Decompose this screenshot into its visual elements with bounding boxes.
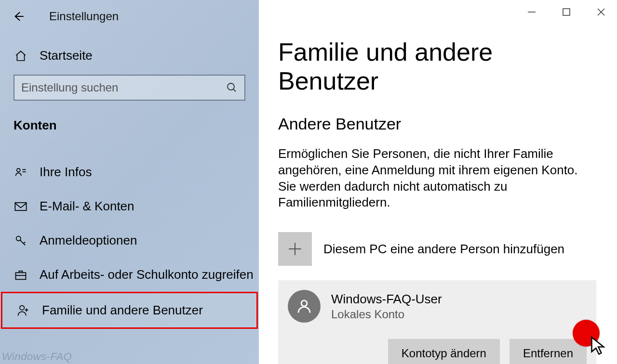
user-account-type: Lokales Konto	[331, 308, 442, 321]
sidebar-home[interactable]: Startseite	[0, 35, 259, 72]
svg-rect-14	[563, 9, 570, 15]
svg-point-1	[228, 83, 234, 90]
minimize-button[interactable]	[524, 5, 539, 19]
section-description: Ermöglichen Sie Personen, die nicht Ihre…	[278, 146, 596, 211]
main-pane: Familie und andere Benutzer Andere Benut…	[259, 0, 617, 364]
sidebar-item-label: Ihre Infos	[40, 165, 92, 180]
family-icon	[16, 304, 30, 317]
close-button[interactable]	[594, 5, 608, 19]
sidebar-item-label: Anmeldeoptionen	[40, 233, 137, 248]
svg-point-3	[17, 168, 20, 171]
category-title: Konten	[0, 109, 259, 142]
user-card[interactable]: Windows-FAQ-User Lokales Konto Kontotyp …	[278, 280, 596, 364]
sidebar-item-label: Familie und andere Benutzer	[42, 303, 203, 318]
svg-point-19	[301, 300, 307, 306]
section-title: Andere Benutzer	[278, 115, 598, 133]
remove-user-button[interactable]: Entfernen	[510, 339, 587, 364]
key-icon	[13, 234, 28, 247]
app-title: Einstellungen	[49, 10, 119, 23]
sidebar-item-work-school[interactable]: Auf Arbeits- oder Schulkonto zugreifen	[0, 258, 259, 292]
svg-line-2	[233, 89, 236, 91]
briefcase-icon	[13, 268, 28, 282]
sidebar-home-label: Startseite	[40, 48, 93, 63]
search-input[interactable]	[21, 81, 226, 94]
mail-icon	[13, 200, 28, 213]
svg-point-10	[20, 305, 24, 310]
page-title: Familie und andere Benutzer	[278, 38, 598, 95]
sidebar: Einstellungen Startseite Konten Ihre Inf…	[0, 0, 259, 364]
back-button[interactable]	[9, 7, 28, 26]
svg-rect-6	[15, 202, 26, 210]
sidebar-item-email-accounts[interactable]: E-Mail- & Konten	[0, 189, 259, 223]
user-name: Windows-FAQ-User	[331, 292, 442, 307]
cursor-icon	[590, 336, 605, 357]
search-box[interactable]	[13, 75, 245, 101]
sidebar-item-signin-options[interactable]: Anmeldeoptionen	[0, 223, 259, 258]
svg-point-7	[16, 236, 21, 240]
sidebar-item-family-users[interactable]: Familie und andere Benutzer	[1, 292, 258, 329]
sidebar-item-label: E-Mail- & Konten	[40, 199, 134, 214]
user-card-icon	[13, 166, 28, 179]
plus-icon	[278, 232, 312, 266]
add-user-label: Diesem PC eine andere Person hinzufügen	[323, 242, 564, 257]
add-user-row[interactable]: Diesem PC eine andere Person hinzufügen	[278, 232, 598, 266]
maximize-button[interactable]	[559, 5, 574, 19]
home-icon	[13, 50, 28, 62]
watermark: Windows-FAQ	[2, 351, 72, 363]
svg-rect-8	[16, 273, 26, 279]
search-icon	[226, 82, 238, 93]
sidebar-nav: Ihre Infos E-Mail- & Konten Anmeldeoptio…	[0, 155, 259, 329]
sidebar-item-your-info[interactable]: Ihre Infos	[0, 155, 259, 189]
sidebar-item-label: Auf Arbeits- oder Schulkonto zugreifen	[40, 267, 254, 282]
change-account-type-button[interactable]: Kontotyp ändern	[388, 339, 500, 364]
window-controls	[524, 5, 608, 19]
avatar-icon	[288, 290, 321, 323]
